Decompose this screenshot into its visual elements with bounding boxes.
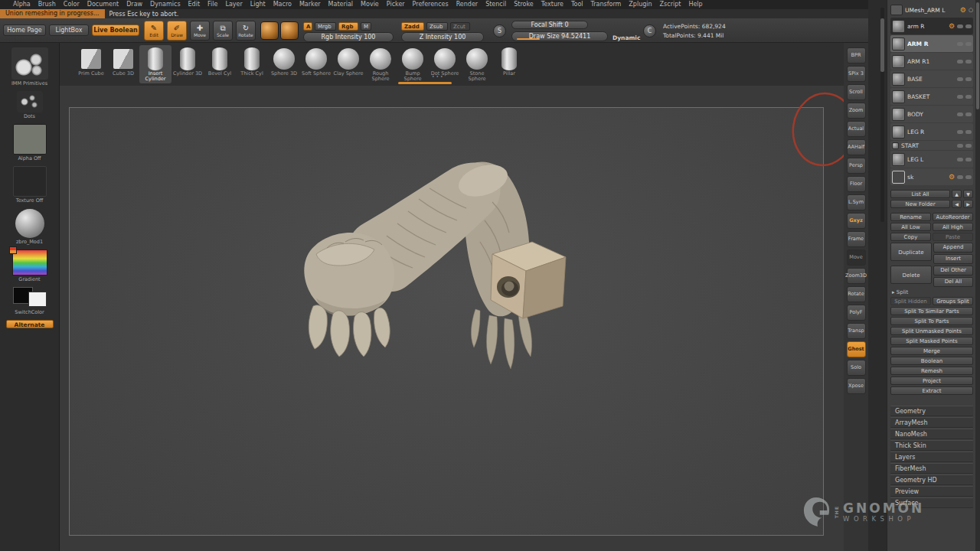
- zcut-toggle[interactable]: Zcut: [450, 22, 470, 31]
- subtool-row[interactable]: sk ⚙: [890, 168, 973, 185]
- shelf-button[interactable]: Zoom: [847, 103, 866, 119]
- eye-toggle-icon[interactable]: [957, 130, 963, 134]
- eye-toggle-icon[interactable]: [957, 42, 963, 46]
- draw-mode-button[interactable]: ✐ Draw: [167, 21, 187, 41]
- a-toggle[interactable]: A: [303, 22, 312, 31]
- eye-toggle-icon[interactable]: [957, 112, 963, 116]
- paint-toggle-icon[interactable]: [965, 112, 972, 116]
- palette-section[interactable]: Layers: [890, 452, 973, 462]
- tool-thumbnail-icon[interactable]: [890, 5, 903, 15]
- focal-shift-slider[interactable]: Focal Shift 0: [511, 21, 588, 29]
- shelf-button[interactable]: Gxyz: [847, 213, 866, 229]
- merge-button[interactable]: Project: [890, 377, 973, 385]
- panel-button[interactable]: All High: [933, 223, 973, 231]
- subtool-row[interactable]: BODY ⚙: [890, 106, 973, 122]
- subtool-up-button[interactable]: ▲: [952, 190, 962, 198]
- menu-item[interactable]: Zscript: [656, 0, 685, 9]
- subtool-row[interactable]: BASKET ⚙: [890, 88, 973, 105]
- subtool-scrollbar[interactable]: [880, 18, 884, 72]
- curve-knob-icon[interactable]: C: [643, 24, 656, 37]
- list-all-button[interactable]: List All: [890, 190, 950, 198]
- menu-item[interactable]: Texture: [537, 0, 567, 9]
- split-button[interactable]: Split To Parts: [890, 317, 973, 325]
- merge-button[interactable]: Remesh: [890, 367, 973, 375]
- tool-thumbnail[interactable]: Insert Cylinder: [139, 45, 172, 83]
- shelf-button[interactable]: Frame: [847, 231, 866, 247]
- move-mode-button[interactable]: ✚ Move: [190, 21, 210, 41]
- menu-item[interactable]: Edit: [185, 0, 204, 9]
- eye-icon[interactable]: ○: [969, 7, 973, 13]
- zadd-toggle[interactable]: Zadd: [401, 22, 424, 31]
- menu-item[interactable]: Draw: [122, 0, 146, 9]
- delete-button[interactable]: Delete: [890, 266, 932, 284]
- current-tool-thumbnail[interactable]: [11, 47, 48, 80]
- eye-toggle-icon[interactable]: [957, 95, 963, 99]
- dynamic-label[interactable]: Dynamic: [612, 34, 640, 42]
- paint-toggle-icon[interactable]: [965, 130, 972, 134]
- paint-toggle-icon[interactable]: [965, 24, 972, 28]
- switch-color-control[interactable]: [11, 287, 48, 308]
- menu-item[interactable]: Dynamics: [146, 0, 184, 9]
- folder-gear-icon[interactable]: ⚙: [949, 22, 955, 30]
- eye-toggle-icon[interactable]: [957, 77, 963, 81]
- subtool-row[interactable]: LEG R ⚙: [890, 123, 973, 140]
- shelf-button[interactable]: Transp: [847, 323, 866, 339]
- menu-item[interactable]: Render: [452, 0, 482, 9]
- shelf-button[interactable]: Ghost: [847, 341, 866, 357]
- rgb-intensity-slider[interactable]: Rgb Intensity 100: [303, 32, 394, 42]
- alternate-button[interactable]: Alternate: [6, 320, 54, 328]
- eye-toggle-icon[interactable]: [957, 60, 963, 64]
- paint-toggle-icon[interactable]: [965, 42, 972, 46]
- shelf-button[interactable]: Actual: [847, 121, 866, 137]
- zsub-toggle[interactable]: Zsub: [426, 22, 448, 31]
- alpha-slot[interactable]: [13, 124, 47, 155]
- folder-gear-icon[interactable]: ⚙: [949, 173, 955, 181]
- mrgb-toggle[interactable]: Mrgb: [315, 22, 336, 31]
- append-button[interactable]: Append: [933, 243, 973, 253]
- menu-item[interactable]: Help: [684, 0, 706, 9]
- texture-thumb[interactable]: [280, 21, 299, 40]
- eye-toggle-icon[interactable]: [957, 24, 963, 28]
- shelf-button[interactable]: BPR: [847, 47, 866, 64]
- menu-item[interactable]: Stroke: [510, 0, 537, 9]
- menu-item[interactable]: Material: [325, 0, 358, 9]
- duplicate-button[interactable]: Duplicate: [890, 243, 932, 261]
- tool-thumbnail[interactable]: Prim Cube: [75, 45, 107, 83]
- shelf-button[interactable]: AAHalf: [847, 139, 866, 155]
- shelf-button[interactable]: Rotate: [847, 286, 866, 302]
- menu-item[interactable]: Layer: [221, 0, 246, 9]
- shelf-button[interactable]: PolyF: [847, 305, 866, 321]
- z-intensity-slider[interactable]: Z Intensity 100: [401, 32, 484, 42]
- quick-color-chip[interactable]: [9, 246, 17, 254]
- merge-button[interactable]: Merge: [890, 347, 973, 355]
- del-other-button[interactable]: Del Other: [933, 266, 973, 276]
- draw-size-slider[interactable]: Draw Size 94.52411: [511, 31, 608, 41]
- paint-toggle-icon[interactable]: [965, 175, 972, 179]
- shelf-button[interactable]: Persp: [847, 158, 866, 174]
- panel-button[interactable]: Rename: [890, 213, 931, 221]
- split-button[interactable]: Split To Similar Parts: [890, 307, 973, 315]
- menu-item[interactable]: Movie: [357, 0, 383, 9]
- edit-mode-button[interactable]: ✎ Edit: [144, 21, 164, 41]
- split-hidden-button[interactable]: Split Hidden: [890, 297, 931, 305]
- paint-toggle-icon[interactable]: [965, 77, 972, 81]
- subtool-row[interactable]: BASE ⚙: [890, 70, 973, 87]
- home-page-button[interactable]: Home Page: [3, 24, 46, 36]
- m-toggle[interactable]: M: [361, 22, 371, 31]
- subtool-row[interactable]: START ⚙: [890, 141, 973, 150]
- tool-thumbnail[interactable]: Thick Cyl: [236, 45, 268, 83]
- tool-thumbnail[interactable]: Pillar: [493, 45, 525, 83]
- menu-item[interactable]: Stencil: [482, 0, 510, 9]
- color-picker[interactable]: [12, 249, 47, 276]
- panel-button[interactable]: All Low: [890, 223, 931, 231]
- tool-thumbnail[interactable]: Clay Sphere: [332, 45, 364, 83]
- del-all-button[interactable]: Del All: [933, 277, 973, 287]
- stroke-thumbnail[interactable]: [17, 91, 43, 112]
- palette-section[interactable]: Geometry HD: [890, 474, 973, 485]
- shelf-button[interactable]: Zoom3D: [847, 268, 866, 284]
- move-into-folder-button[interactable]: ◀: [952, 200, 962, 208]
- menu-item[interactable]: Picker: [383, 0, 409, 9]
- menu-item[interactable]: Preferences: [409, 0, 452, 9]
- subtool-row[interactable]: LEG L ⚙: [890, 151, 973, 168]
- strip-scrollbar[interactable]: [398, 82, 452, 84]
